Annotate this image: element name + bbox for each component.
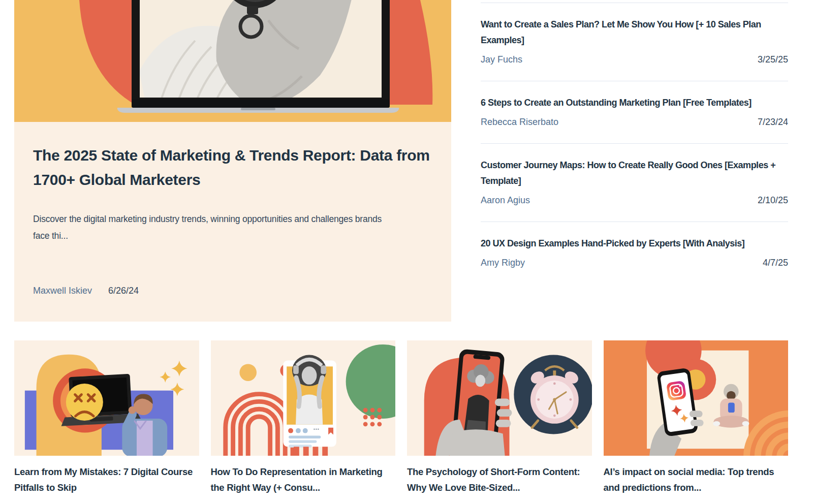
card-image[interactable] xyxy=(211,340,396,456)
card-title[interactable]: Learn from My Mistakes: 7 Digital Course… xyxy=(14,464,199,495)
laptop-icon xyxy=(117,0,399,122)
featured-article-author[interactable]: Maxwell Iskiev xyxy=(33,286,92,296)
sad-face-emoji-icon xyxy=(66,384,103,421)
dot-grid xyxy=(363,408,382,427)
article-author: Aaron Agius xyxy=(481,195,530,206)
yellow-dot xyxy=(239,364,257,381)
card-title[interactable]: The Psychology of Short-Form Content: Wh… xyxy=(407,464,592,495)
article-card[interactable]: AI’s impact on social media: Top trends … xyxy=(604,340,789,495)
featured-article-meta: Maxwell Iskiev 6/26/24 xyxy=(33,286,432,296)
article-author: Jay Fuchs xyxy=(481,54,522,65)
article-meta: Rebecca Riserbato 7/23/24 xyxy=(481,117,788,128)
list-item[interactable]: 20 UX Design Examples Hand-Picked by Exp… xyxy=(481,222,788,284)
featured-article-body: The 2025 State of Marketing & Trends Rep… xyxy=(14,122,451,322)
featured-and-list-section: The 2025 State of Marketing & Trends Rep… xyxy=(14,0,788,322)
list-item[interactable]: Want to Create a Sales Plan? Let Me Show… xyxy=(481,3,788,81)
list-item[interactable]: 6 Steps to Create an Outstanding Marketi… xyxy=(481,81,788,143)
article-card[interactable]: Learn from My Mistakes: 7 Digital Course… xyxy=(14,340,199,495)
article-meta: Jay Fuchs 3/25/25 xyxy=(481,54,788,65)
article-date: 4/7/25 xyxy=(763,258,788,268)
article-date: 3/25/25 xyxy=(758,54,788,65)
article-title[interactable]: Want to Create a Sales Plan? Let Me Show… xyxy=(481,17,788,48)
card-title[interactable]: How To Do Representation in Marketing th… xyxy=(211,464,396,495)
card-image[interactable] xyxy=(407,340,592,456)
article-title[interactable]: 20 UX Design Examples Hand-Picked by Exp… xyxy=(481,236,788,251)
card-title[interactable]: AI’s impact on social media: Top trends … xyxy=(604,464,789,495)
blog-listing-page: The 2025 State of Marketing & Trends Rep… xyxy=(0,0,813,504)
featured-article-card[interactable]: The 2025 State of Marketing & Trends Rep… xyxy=(14,0,451,322)
article-meta: Aaron Agius 2/10/25 xyxy=(481,195,788,206)
list-item[interactable]: Customer Journey Maps: How to Create Rea… xyxy=(481,143,788,222)
article-date: 7/23/24 xyxy=(758,117,788,128)
featured-article-image[interactable] xyxy=(14,0,451,122)
latest-articles-list: Want to Create a Sales Plan? Let Me Show… xyxy=(481,0,788,322)
article-meta: Amy Rigby 4/7/25 xyxy=(481,258,788,268)
article-author: Rebecca Riserbato xyxy=(481,117,558,128)
featured-article-excerpt: Discover the digital marketing industry … xyxy=(33,211,389,244)
featured-article-title[interactable]: The 2025 State of Marketing & Trends Rep… xyxy=(33,143,432,192)
article-card[interactable]: How To Do Representation in Marketing th… xyxy=(211,340,396,495)
article-date: 2/10/25 xyxy=(758,195,788,206)
article-title[interactable]: Customer Journey Maps: How to Create Rea… xyxy=(481,158,788,189)
card-image[interactable] xyxy=(14,340,199,456)
article-card[interactable]: The Psychology of Short-Form Content: Wh… xyxy=(407,340,592,495)
featured-article-date: 6/26/24 xyxy=(108,286,139,296)
instagram-logo-icon xyxy=(666,381,686,401)
article-cards-row: Learn from My Mistakes: 7 Digital Course… xyxy=(14,340,788,495)
article-author: Amy Rigby xyxy=(481,258,525,268)
card-image[interactable] xyxy=(604,340,789,456)
article-title[interactable]: 6 Steps to Create an Outstanding Marketi… xyxy=(481,95,788,111)
